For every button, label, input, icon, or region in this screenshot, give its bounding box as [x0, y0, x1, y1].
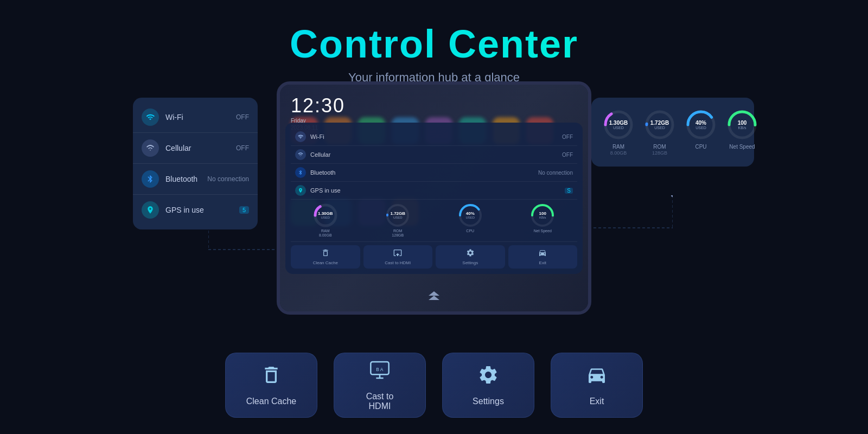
wifi-icon — [142, 108, 159, 126]
page-title: Control Center — [0, 22, 868, 66]
ram-gauge-item: 1.30GB USED RAM 8.00GB — [602, 108, 635, 156]
bluetooth-icon — [142, 170, 159, 188]
tablet-screen: 12:30 Friday 2023.08.11 Wi-Fi OFF — [280, 85, 588, 311]
cellular-icon — [142, 139, 159, 157]
exit-icon — [586, 364, 608, 390]
bluetooth-label: Bluetooth — [165, 175, 207, 183]
main-content: Wi-Fi OFF Cellular OFF Bluetooth No conn… — [0, 87, 868, 434]
tablet-settings-btn[interactable]: Settings — [436, 245, 505, 269]
tablet-stat-net: 100 KB/s Net Speed — [508, 203, 578, 238]
wifi-status: OFF — [236, 113, 249, 121]
tablet-wifi-status: OFF — [562, 134, 573, 140]
net-label: Net Speed — [729, 143, 755, 150]
rom-value: 1.72GB — [650, 120, 669, 126]
wifi-item[interactable]: Wi-Fi OFF — [133, 102, 258, 133]
tablet-bluetooth[interactable]: Bluetooth No connection — [291, 164, 577, 182]
tablet-ram-gauge: 1.30GB USED — [313, 203, 338, 228]
ram-sublabel: 8.00GB — [610, 150, 627, 156]
svg-text:B A: B A — [376, 367, 383, 372]
tablet-bluetooth-status: No connection — [538, 170, 573, 176]
tablet-settings-label: Settings — [462, 260, 478, 265]
tablet-cellular-status: OFF — [562, 152, 573, 158]
tablet-exit-btn[interactable]: Exit — [508, 245, 578, 269]
gps-status: 5 — [239, 206, 249, 214]
tablet-cast-hdmi-icon — [393, 248, 402, 259]
bluetooth-status: No connection — [207, 175, 249, 183]
gps-icon — [142, 201, 159, 219]
tablet-cellular-label: Cellular — [310, 151, 562, 158]
net-gauge-item: 100 KB/s Net Speed — [726, 108, 758, 156]
net-gauge: 100 KB/s — [726, 108, 758, 141]
tablet-settings-icon — [466, 248, 475, 259]
cpu-gauge-item: 40% USED CPU — [685, 108, 717, 156]
net-value: 100 — [738, 120, 747, 126]
rom-gauge-item: 1.72GB USED ROM 128GB — [643, 108, 676, 156]
header: Control Center Your information hub at a… — [0, 0, 868, 85]
cpu-gauge: 40% USED — [685, 108, 717, 141]
tablet-gps-label: GPS in use — [310, 187, 565, 194]
settings-label: Settings — [473, 397, 504, 406]
exit-label: Exit — [590, 397, 604, 406]
ram-value: 1.30GB — [609, 120, 628, 126]
tablet-stat-rom: 1.72GB USED ROM128GB — [363, 203, 433, 238]
tablet-cpu-gauge: 40% USED — [458, 203, 483, 228]
tablet-gps[interactable]: GPS in use S — [291, 182, 577, 200]
tablet-clean-cache-btn[interactable]: Clean Cache — [291, 245, 360, 269]
tablet-cast-hdmi-label: Cast to HDMI — [385, 260, 411, 265]
connectivity-card: Wi-Fi OFF Cellular OFF Bluetooth No conn… — [133, 98, 258, 229]
settings-button[interactable]: Settings — [442, 353, 534, 418]
wifi-label: Wi-Fi — [165, 113, 236, 122]
ram-gauge: 1.30GB USED — [602, 108, 635, 141]
cellular-status: OFF — [236, 144, 249, 152]
tablet-clean-cache-icon — [321, 248, 330, 259]
stats-card: 1.30GB USED RAM 8.00GB 1.72GB USED ROM 1… — [591, 98, 754, 167]
tablet-wifi-icon — [295, 131, 306, 142]
tablet-gps-icon — [295, 185, 306, 196]
cpu-label: CPU — [695, 143, 706, 150]
clean-cache-label: Clean Cache — [246, 397, 297, 406]
cellular-item[interactable]: Cellular OFF — [133, 133, 258, 164]
rom-label: ROM — [653, 143, 666, 150]
cpu-value: 40% — [695, 120, 706, 126]
rom-sublabel: 128GB — [652, 150, 667, 156]
tablet-up-arrow[interactable] — [427, 291, 441, 305]
tablet-panel: Wi-Fi OFF Cellular OFF Bluetooth No conn… — [285, 123, 583, 274]
tablet-rom-gauge: 1.72GB USED — [385, 203, 410, 228]
tablet-gps-status: S — [565, 188, 573, 194]
settings-icon — [477, 364, 499, 390]
bluetooth-item[interactable]: Bluetooth No connection — [133, 164, 258, 195]
tablet-wifi-label: Wi-Fi — [310, 133, 562, 140]
bottom-actions: Clean Cache B A Cast toHDMI Settings — [225, 353, 643, 418]
gps-item[interactable]: GPS in use 5 — [133, 195, 258, 225]
clean-cache-button[interactable]: Clean Cache — [225, 353, 317, 418]
rom-gauge: 1.72GB USED — [643, 108, 676, 141]
cast-hdmi-button[interactable]: B A Cast toHDMI — [334, 353, 426, 418]
tablet-clock: 12:30 — [291, 94, 345, 117]
tablet-net-value: 100 — [539, 212, 546, 216]
tablet-net-gauge: 100 KB/s — [530, 203, 555, 228]
tablet-wifi[interactable]: Wi-Fi OFF — [291, 128, 577, 146]
ram-label: RAM — [612, 143, 624, 150]
tablet-cpu-value: 40% — [465, 212, 475, 216]
svg-point-13 — [671, 195, 673, 197]
tablet-cast-hdmi-btn[interactable]: Cast to HDMI — [363, 245, 433, 269]
tablet-bluetooth-icon — [295, 167, 306, 178]
exit-button[interactable]: Exit — [551, 353, 643, 418]
cast-hdmi-icon: B A — [369, 359, 391, 385]
tablet-device: 12:30 Friday 2023.08.11 Wi-Fi OFF — [277, 81, 591, 315]
tablet-rom-value: 1.72GB — [390, 212, 405, 216]
tablet-actions: Clean Cache Cast to HDMI Settings — [291, 242, 577, 269]
tablet-exit-label: Exit — [539, 260, 546, 265]
tablet-clean-cache-label: Clean Cache — [313, 260, 338, 265]
clean-cache-icon — [260, 364, 282, 390]
tablet-cellular[interactable]: Cellular OFF — [291, 146, 577, 164]
tablet-stat-cpu: 40% USED CPU — [436, 203, 505, 238]
tablet-bluetooth-label: Bluetooth — [310, 169, 538, 176]
gps-label: GPS in use — [165, 206, 239, 214]
tablet-stat-ram: 1.30GB USED RAM8.00GB — [291, 203, 360, 238]
cast-hdmi-label: Cast toHDMI — [366, 392, 394, 411]
tablet-cellular-icon — [295, 149, 306, 160]
tablet-exit-icon — [538, 248, 547, 259]
tablet-stats-row: 1.30GB USED RAM8.00GB — [291, 200, 577, 242]
tablet-ram-value: 1.30GB — [318, 212, 333, 216]
